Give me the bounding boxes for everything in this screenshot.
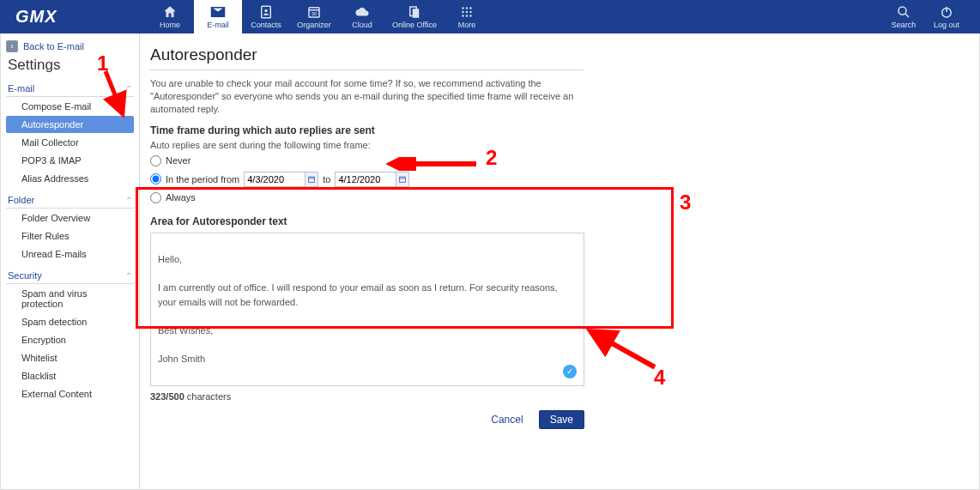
cancel-button[interactable]: Cancel <box>486 413 528 426</box>
settings-title: Settings <box>8 57 134 74</box>
grid-icon <box>459 4 475 20</box>
svg-point-13 <box>466 15 468 16</box>
nav-cloud[interactable]: Cloud <box>338 0 386 33</box>
nav-cloud-label: Cloud <box>352 21 372 29</box>
mail-icon <box>210 4 226 20</box>
nav-right: Search Log out <box>882 0 980 33</box>
radio-period-label: In the period from <box>166 174 239 185</box>
section-security-label: Security <box>8 270 42 281</box>
nav-home-label: Home <box>160 21 180 29</box>
divider <box>150 70 584 70</box>
search-icon <box>896 4 911 20</box>
sidebar-item-blacklist[interactable]: Blacklist <box>6 367 134 384</box>
back-to-email[interactable]: ‹ Back to E-mail <box>6 40 134 52</box>
sidebar-item-compose[interactable]: Compose E-mail <box>6 98 134 115</box>
svg-rect-5 <box>413 9 420 18</box>
radio-period[interactable]: In the period from to <box>150 172 959 187</box>
back-link-label: Back to E-mail <box>23 41 84 51</box>
sidebar-item-alias[interactable]: Alias Addresses <box>6 170 134 187</box>
nav-items: Home E-mail Contacts 30 Organizer Cloud … <box>146 0 491 33</box>
autoresponder-text-content: Hello, I am currently out of office. I w… <box>158 254 558 364</box>
sidebar-item-mail-collector[interactable]: Mail Collector <box>6 134 134 151</box>
calendar-icon <box>398 175 407 184</box>
calendar-icon <box>307 175 316 184</box>
nav-more-label: More <box>458 21 476 29</box>
nav-email[interactable]: E-mail <box>194 0 242 33</box>
sidebar-item-folder-overview[interactable]: Folder Overview <box>6 209 134 227</box>
radio-never-input[interactable] <box>150 155 161 166</box>
sidebar-item-external-content[interactable]: External Content <box>6 385 134 402</box>
sidebar-item-whitelist[interactable]: Whitelist <box>6 349 134 366</box>
calendar-from-button[interactable] <box>305 172 318 187</box>
nav-organizer[interactable]: 30 Organizer <box>290 0 338 33</box>
radio-always[interactable]: Always <box>150 192 959 203</box>
chevron-up-icon: ⌃ <box>125 271 132 281</box>
char-count-suffix: characters <box>185 391 231 402</box>
radio-always-label: Always <box>166 192 196 203</box>
radio-period-input[interactable] <box>150 173 161 185</box>
svg-point-11 <box>469 11 471 13</box>
power-icon <box>939 4 954 20</box>
settings-sidebar: ‹ Back to E-mail Settings E-mail ⌃ Compo… <box>1 33 140 489</box>
svg-point-14 <box>469 15 471 16</box>
sidebar-item-spam-virus[interactable]: Spam and virus protection <box>6 285 134 312</box>
section-email[interactable]: E-mail ⌃ <box>6 81 134 97</box>
nav-more[interactable]: More <box>443 0 491 33</box>
timeframe-sub: Auto replies are sent during the followi… <box>150 140 959 150</box>
radio-never[interactable]: Never <box>150 155 959 166</box>
nav-logout[interactable]: Log out <box>925 0 968 33</box>
main: ‹ Back to E-mail Settings E-mail ⌃ Compo… <box>0 33 980 490</box>
radio-never-label: Never <box>166 155 191 166</box>
nav-search-label: Search <box>892 21 916 29</box>
autoresponder-text-label: Area for Autoresponder text <box>150 215 959 227</box>
intro-text: You are unable to check your mail accoun… <box>150 77 596 116</box>
svg-point-8 <box>469 7 471 9</box>
contacts-icon <box>258 4 274 20</box>
chevron-left-icon: ‹ <box>6 40 18 52</box>
sidebar-item-encryption[interactable]: Encryption <box>6 331 134 348</box>
section-security[interactable]: Security ⌃ <box>6 268 134 284</box>
svg-point-1 <box>264 9 267 12</box>
sidebar-item-spam-detection[interactable]: Spam detection <box>6 313 134 330</box>
nav-online-office[interactable]: Online Office <box>386 0 443 33</box>
sidebar-item-pop3-imap[interactable]: POP3 & IMAP <box>6 152 134 169</box>
save-button[interactable]: Save <box>539 410 584 429</box>
content: Autoresponder You are unable to check yo… <box>140 33 979 489</box>
sidebar-item-autoresponder[interactable]: Autoresponder <box>6 116 134 133</box>
section-folder[interactable]: Folder ⌃ <box>6 192 134 209</box>
nav-contacts[interactable]: Contacts <box>242 0 290 33</box>
svg-rect-17 <box>309 177 315 182</box>
office-icon <box>407 4 422 20</box>
svg-point-9 <box>462 11 463 13</box>
nav-email-label: E-mail <box>207 21 229 29</box>
button-row: Cancel Save <box>150 410 584 429</box>
sidebar-item-filter-rules[interactable]: Filter Rules <box>6 227 134 245</box>
nav-contacts-label: Contacts <box>251 21 281 29</box>
cloud-icon <box>354 4 370 20</box>
nav-home[interactable]: Home <box>146 0 194 33</box>
calendar-icon: 30 <box>306 4 322 20</box>
calendar-to-button[interactable] <box>396 172 409 187</box>
char-count-number: 323/500 <box>150 391 185 402</box>
brand-logo: GMX <box>0 0 146 33</box>
timeframe-title: Time frame during which auto replies are… <box>150 124 959 136</box>
svg-point-6 <box>462 7 463 9</box>
date-from-input[interactable] <box>244 172 305 187</box>
svg-point-15 <box>898 7 906 15</box>
nav-organizer-label: Organizer <box>297 21 331 29</box>
home-icon <box>162 4 178 20</box>
nav-logout-label: Log out <box>934 21 959 29</box>
svg-point-10 <box>466 11 468 13</box>
radio-period-to: to <box>323 174 330 185</box>
autoresponder-textarea[interactable]: Hello, I am currently out of office. I w… <box>150 233 584 386</box>
chevron-up-icon: ⌃ <box>125 196 132 205</box>
char-count: 323/500 characters <box>150 391 959 402</box>
radio-always-input[interactable] <box>150 192 161 203</box>
date-to-input[interactable] <box>335 172 396 187</box>
svg-rect-18 <box>400 177 406 182</box>
page-title: Autoresponder <box>150 45 959 64</box>
section-email-label: E-mail <box>8 83 34 94</box>
nav-search[interactable]: Search <box>882 0 925 33</box>
svg-point-7 <box>466 7 468 9</box>
sidebar-item-unread[interactable]: Unread E-mails <box>6 245 134 263</box>
